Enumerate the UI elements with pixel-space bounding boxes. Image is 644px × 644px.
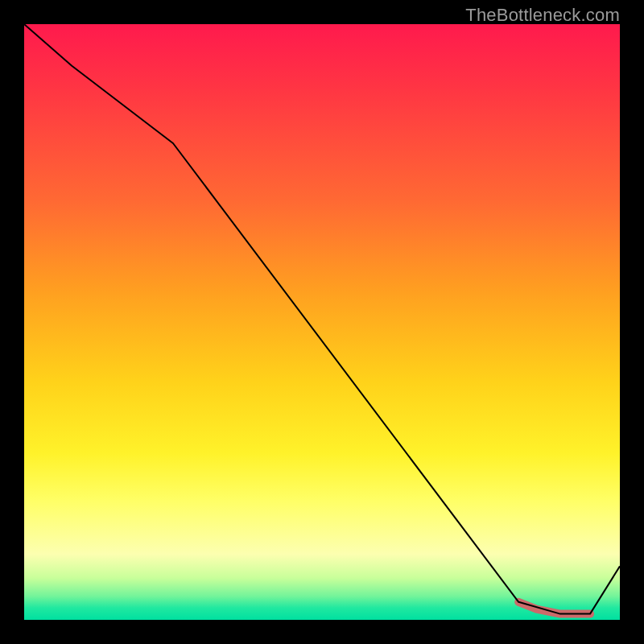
chart-overlay xyxy=(24,24,620,620)
chart-frame: TheBottleneck.com xyxy=(0,0,644,644)
series-main-line xyxy=(24,24,620,614)
watermark-text: TheBottleneck.com xyxy=(465,5,620,26)
series-group xyxy=(24,24,620,614)
